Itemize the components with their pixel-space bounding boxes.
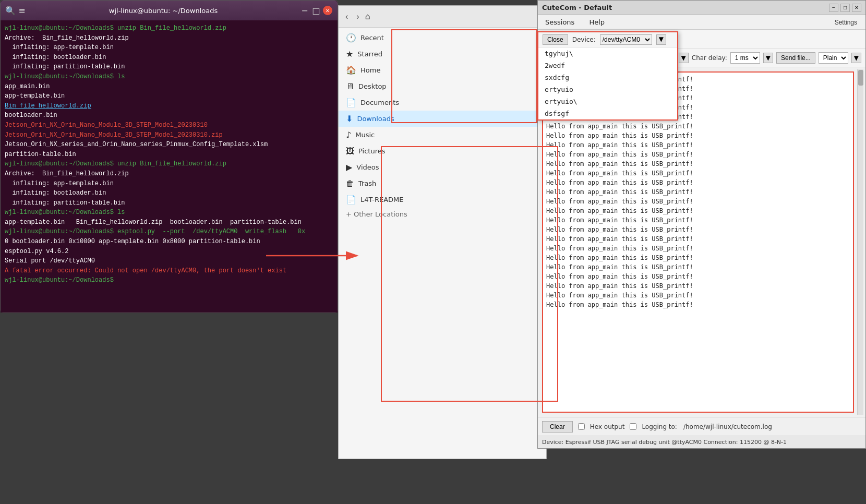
sidebar-item-music[interactable]: ♪Music [339,127,546,143]
output-line: Hello from app_main this is USB_printf! [546,159,850,169]
clear-btn[interactable]: Clear [542,421,573,433]
send-file-btn[interactable]: Send file... [776,52,815,64]
session-item[interactable]: tgyhuj\ [538,47,677,59]
sidebar-icon: ♪ [346,130,351,140]
lf-dropdown-btn[interactable]: ▼ [679,53,689,63]
sidebar-icon: 🏠 [346,65,356,75]
terminal-line: Jetson_Orin_NX_series_and_Orin_Nano_seri… [5,140,333,150]
sidebar-item-starred[interactable]: ★Starred [339,46,546,62]
output-line: Hello from app_main this is USB_printf! [546,262,850,272]
output-line: Hello from app_main this is USB_printf! [546,225,850,234]
output-line: Hello from app_main this is USB_printf! [546,140,850,150]
sidebar-icon: 🗑 [346,178,354,188]
terminal-line: Jetson_Orin_NX_Orin_Nano_Module_3D_STEP_… [5,121,333,130]
hex-output-label: Hex output [590,423,625,430]
cutecom-close-btn[interactable]: ✕ [852,4,861,12]
output-line: Hello from app_main this is USB_printf! [546,187,850,197]
sidebar-icon: 🖥 [346,81,354,91]
output-line: Hello from app_main this is USB_printf! [546,169,850,178]
terminal-line: esptool.py v4.6.2 [5,247,333,257]
terminal-window: 🔍 ≡ wjl-linux@ubuntu: ~/Downloads − □ ✕ … [0,0,338,313]
plain-select[interactable]: Plain [819,52,848,64]
sidebar-item-l4t-readme[interactable]: 📄L4T-README [339,191,546,208]
terminal-line: inflating: app-template.bin [5,179,333,189]
sidebar-item-pictures[interactable]: 🖼Pictures [339,143,546,159]
terminal-close-btn[interactable]: ✕ [323,6,332,15]
terminal-body: wjl-linux@ubuntu:~/Downloads$ unzip Bin_… [1,20,338,313]
sidebar-item-videos[interactable]: ▶Videos [339,159,546,175]
terminal-line: app_main.bin [5,82,333,92]
sidebar-label: Music [355,131,375,139]
sidebar-label: Desktop [358,82,387,90]
filemanager-sidebar: 🕐Recent★Starred🏠Home🖥Desktop📄Documents⬇D… [339,28,546,459]
char-delay-dropdown-btn[interactable]: ▼ [763,53,773,63]
sidebar-item-downloads[interactable]: ⬇Downloads [339,111,546,127]
cutecom-statusbar: Device: Espressif USB JTAG serial debug … [538,436,865,448]
cutecom-restore-btn[interactable]: □ [840,4,850,12]
sessions-close-btn[interactable]: Close [543,34,568,45]
terminal-line: app-template.bin [5,91,333,101]
sessions-device-dropdown-btn[interactable]: ▼ [656,34,666,45]
output-line: Hello from app_main this is USB_printf! [546,244,850,253]
sidebar-item-recent[interactable]: 🕐Recent [339,30,546,46]
sessions-menu[interactable]: Sessions [542,17,578,27]
terminal-minimize-btn[interactable]: − [300,6,309,15]
sidebar-item-home[interactable]: 🏠Home [339,62,546,78]
sidebar-icon: ★ [346,49,353,59]
sidebar-label: Trash [358,179,376,187]
sidebar-label: Recent [360,34,384,42]
scrollbar-thumb[interactable] [858,70,863,86]
sidebar-label: Starred [357,50,382,58]
sidebar-label: Pictures [358,147,385,155]
logging-path: /home/wjl-linux/cutecom.log [683,423,772,430]
sidebar-item-desktop[interactable]: 🖥Desktop [339,78,546,94]
other-locations-item[interactable]: + Other Locations [339,208,546,221]
terminal-menu-icon[interactable]: ≡ [17,6,27,15]
output-scrollbar[interactable] [857,69,863,415]
sessions-device-select[interactable]: /dev/ttyACM0 [600,34,652,45]
nav-home-btn[interactable]: ⌂ [365,11,370,21]
terminal-line: inflating: app-template.bin [5,43,333,53]
session-item[interactable]: dsfsgf [538,107,677,119]
output-line: Hello from app_main this is USB_printf! [546,150,850,159]
terminal-line: wjl-linux@ubuntu:~/Downloads$ esptool.py… [5,227,333,237]
logging-label: Logging to: [642,423,677,430]
terminal-titlebar: 🔍 ≡ wjl-linux@ubuntu: ~/Downloads − □ ✕ [1,1,338,20]
sidebar-label: Documents [360,99,399,106]
logging-checkbox[interactable] [630,423,636,430]
filemanager-nav: ‹ › ⌂ [339,6,546,28]
terminal-line: wjl-linux@ubuntu:~/Downloads$ [5,275,333,285]
hex-output-checkbox[interactable] [578,423,585,430]
terminal-search-icon[interactable]: 🔍 [6,6,15,15]
terminal-line: A fatal error occurred: Could not open /… [5,266,333,276]
sessions-list: tgyhuj\2wedfsxdcfgertyuioertyuio\dsfsgf [538,47,677,119]
sidebar-item-trash[interactable]: 🗑Trash [339,175,546,191]
plain-dropdown-btn[interactable]: ▼ [851,53,861,63]
session-item[interactable]: 2wedf [538,59,677,71]
cutecom-title: CuteCom - Default [542,4,612,11]
sidebar-item-documents[interactable]: 📄Documents [339,94,546,111]
sidebar-label: L4T-README [360,196,404,203]
help-menu[interactable]: Help [586,17,608,27]
terminal-line: Jetson_Orin_NX_Orin_Nano_Module_3D_STEP_… [5,130,333,140]
settings-btn[interactable]: Settings [831,18,861,27]
session-item[interactable]: sxdcfg [538,71,677,83]
char-delay-select[interactable]: 1 ms [730,52,760,64]
cutecom-minimize-btn[interactable]: − [829,4,838,12]
terminal-line: bootloader.bin [5,111,333,121]
filemanager-window: ‹ › ⌂ 🕐Recent★Starred🏠Home🖥Desktop📄Docum… [338,5,547,459]
nav-forward-btn[interactable]: › [354,11,362,22]
session-item[interactable]: ertyuio\ [538,95,677,107]
output-line: Hello from app_main this is USB_printf! [546,215,850,225]
sidebar-icon: 📄 [346,195,356,205]
terminal-maximize-btn[interactable]: □ [311,6,321,15]
terminal-line: Archive: Bin_file_helloworld.zip [5,169,333,179]
cutecom-window-controls: − □ ✕ [829,4,861,12]
output-line: Hello from app_main this is USB_printf! [546,206,850,215]
terminal-line: wjl-linux@ubuntu:~/Downloads$ ls [5,208,333,218]
cutecom-menubar: Sessions Help Settings [538,15,865,30]
terminal-line: Bin_file_helloworld.zip [5,101,333,111]
nav-back-btn[interactable]: ‹ [343,11,351,22]
output-line: Hello from app_main this is USB_printf! [546,178,850,187]
session-item[interactable]: ertyuio [538,83,677,95]
